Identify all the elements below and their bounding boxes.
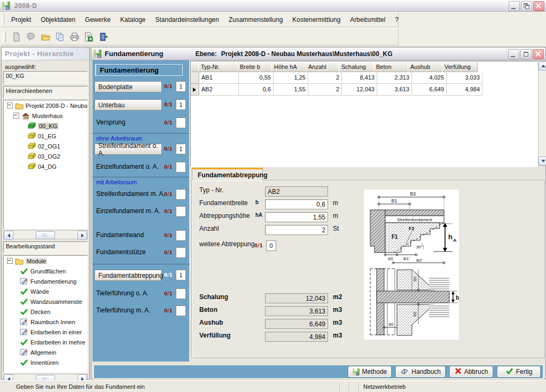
tree-node-building[interactable]: Musterhaus xyxy=(4,111,87,121)
new-document-icon[interactable] xyxy=(11,31,22,43)
count-input[interactable] xyxy=(176,305,186,316)
column-header[interactable]: Beton xyxy=(373,61,408,72)
breite-input[interactable]: 0,6 xyxy=(265,199,328,209)
fundamentabtreppung-button[interactable]: Fundamentabtreppung xyxy=(95,270,162,281)
versprung-label[interactable]: Versprung xyxy=(96,119,126,126)
menu-objektdaten[interactable]: Objektdaten xyxy=(36,14,80,25)
column-header[interactable]: Anzahl xyxy=(306,61,339,72)
streifenfundament-oa-button[interactable]: Streifenfundament o. A. xyxy=(95,144,162,155)
tree-node-module-root[interactable]: Module xyxy=(4,256,87,266)
module-item[interactable]: Grundflächen xyxy=(4,266,87,276)
module-item[interactable]: Wände xyxy=(4,286,87,296)
form-groupbox: Typ - Nr. AB2 Fundamentbreite b 0,6 m Ab… xyxy=(191,180,545,358)
open-folder-icon[interactable] xyxy=(40,31,51,43)
fundamentwand-label[interactable]: Fundamentwand xyxy=(96,231,144,239)
table-row[interactable]: AB1 0,55 1,25 2 8,413 2,313 4,025 3,033 xyxy=(191,72,537,84)
module-item[interactable]: Fundamentierung xyxy=(4,276,87,286)
einzelfundament-ma-label[interactable]: Einzelfundament m. A. xyxy=(96,207,160,215)
module-item[interactable]: Erdarbeiten in mehre xyxy=(4,337,87,347)
restore-button[interactable] xyxy=(521,1,532,11)
bodenplatte-button[interactable]: Bodenplatte xyxy=(95,81,162,92)
einzelfundament-oa-label[interactable]: Einzelfundament o. A. xyxy=(96,163,159,170)
module-item[interactable]: Decken xyxy=(4,307,87,317)
tree-node-project[interactable]: Projekt 2008-D - Neubau xyxy=(4,100,87,111)
count-input[interactable]: 1 xyxy=(176,270,186,280)
count-input[interactable] xyxy=(176,117,186,128)
count-input[interactable]: 1 xyxy=(176,144,186,154)
count-input[interactable] xyxy=(176,230,186,241)
menu-projekt[interactable]: Projekt xyxy=(6,14,36,25)
column-header[interactable]: Aushub xyxy=(408,61,442,72)
close-button[interactable] xyxy=(533,1,544,11)
tieferfuehrung-oa-label[interactable]: Tieferführung o. A. xyxy=(96,289,149,297)
tab-fundamentabtreppung[interactable]: Fundamentabtreppung xyxy=(192,168,263,181)
close-button[interactable] xyxy=(533,49,544,59)
table-vscrollbar[interactable] xyxy=(538,61,546,166)
menu-hilfe[interactable]: ? xyxy=(390,14,403,25)
count-input[interactable]: 1 xyxy=(176,81,186,92)
check-icon xyxy=(20,298,28,305)
column-header[interactable]: Breite b xyxy=(237,61,272,72)
scroll-right-icon[interactable] xyxy=(77,231,87,240)
export-document-icon[interactable] xyxy=(83,31,95,43)
abbruch-button[interactable]: Abbruch xyxy=(449,366,493,378)
tree-node-floor-01eg[interactable]: 01_EG xyxy=(4,131,87,141)
anzahl-label: Anzahl xyxy=(199,225,219,232)
module-item[interactable]: Erdarbeiten in einer xyxy=(4,327,87,337)
count-input[interactable] xyxy=(176,206,186,217)
menu-kataloge[interactable]: Kataloge xyxy=(115,14,150,25)
menu-standardeinstellungen[interactable]: Standardeinstellungen xyxy=(150,14,223,25)
methode-button[interactable]: H Methode xyxy=(348,366,392,378)
scroll-thumb[interactable] xyxy=(36,231,55,239)
collapse-icon[interactable] xyxy=(13,113,19,119)
count-input[interactable] xyxy=(176,288,186,299)
collapse-icon[interactable] xyxy=(7,103,13,108)
scroll-up-icon[interactable] xyxy=(539,61,546,70)
hoehe-input[interactable]: 1,55 xyxy=(265,212,328,222)
collapse-icon[interactable] xyxy=(7,258,13,264)
scroll-down-icon[interactable] xyxy=(539,156,546,166)
handbuch-button[interactable]: Handbuch xyxy=(395,366,446,378)
column-header[interactable]: Schalung xyxy=(339,61,374,72)
statusbar-divider xyxy=(339,382,340,391)
copy-icon[interactable] xyxy=(54,31,66,43)
minimize-button[interactable] xyxy=(508,49,519,59)
count-input[interactable] xyxy=(176,189,186,200)
tree-node-floor-04dg[interactable]: 04_DG xyxy=(4,161,87,171)
table-row-active[interactable]: AB2 0,6 1,55 2 12,043 3,613 6,649 4,984 xyxy=(191,84,537,96)
anzahl-input[interactable]: 2 xyxy=(265,225,328,235)
tree-node-floor-00kg[interactable]: 00_KG xyxy=(4,121,87,131)
column-header[interactable]: Höhe hA xyxy=(271,61,306,72)
open-project-icon[interactable] xyxy=(25,31,37,43)
menu-gewerke[interactable]: Gewerke xyxy=(80,14,115,25)
column-header[interactable]: Verfüllung xyxy=(442,61,478,72)
scroll-left-icon[interactable] xyxy=(4,231,13,240)
weitere-input[interactable]: 0 xyxy=(266,240,276,251)
tree-node-floor-02og1[interactable]: 02_OG1 xyxy=(4,141,87,151)
maximize-button[interactable] xyxy=(520,49,532,59)
unterbau-button[interactable]: Unterbau xyxy=(95,99,162,111)
module-item[interactable]: Allgemein xyxy=(4,347,87,357)
streifenfundament-ma-label[interactable]: Streifenfundament m. A. xyxy=(96,190,165,198)
menu-zusammenstellung[interactable]: Zusammenstellung xyxy=(224,14,287,25)
tieferfuehrung-ma-label[interactable]: Tieferführung m. A. xyxy=(96,307,151,314)
count-input[interactable]: 1 xyxy=(176,99,186,110)
fertig-button[interactable]: Fertig xyxy=(497,366,541,378)
cell: 2 xyxy=(308,72,342,84)
weitere-label: weitere Abtreppung xyxy=(199,240,254,248)
column-header[interactable]: Typ-Nr. xyxy=(198,61,238,72)
count-input[interactable] xyxy=(176,247,186,258)
print-icon[interactable] xyxy=(68,31,80,43)
menu-kostenermittlung[interactable]: Kostenermittlung xyxy=(287,14,345,25)
module-item[interactable]: Wandzusammenste xyxy=(4,296,87,307)
exit-door-icon[interactable] xyxy=(97,31,109,43)
dim-b-label: b xyxy=(456,294,459,301)
minimize-button[interactable] xyxy=(509,1,520,11)
module-item[interactable]: Innentüren xyxy=(4,357,87,367)
hierarchy-hscrollbar[interactable] xyxy=(3,230,88,239)
fundamentstuetze-label[interactable]: Fundamentstütze xyxy=(96,248,146,256)
tree-node-floor-03og2[interactable]: 03_OG2 xyxy=(4,151,87,161)
menu-arbeitsmittel[interactable]: Arbeitsmittel xyxy=(345,14,390,25)
count-input[interactable] xyxy=(176,162,186,173)
module-item[interactable]: Raumbuch Innen xyxy=(4,317,87,327)
